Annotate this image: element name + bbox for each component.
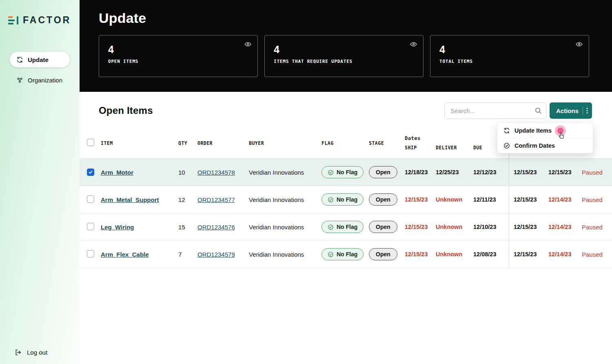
organization-icon bbox=[16, 77, 23, 84]
eye-icon[interactable] bbox=[575, 40, 583, 48]
stat-value: 4 bbox=[439, 44, 580, 55]
flag-badge: No Flag bbox=[322, 193, 364, 206]
dates-column-group: Dates SHIP DELIVER DUE bbox=[405, 135, 509, 151]
date-cell: 12/15/23 bbox=[405, 251, 436, 257]
date-cell: 12/15/23 bbox=[509, 159, 548, 186]
date-cell: 12/15/23 bbox=[405, 224, 436, 230]
date-cell: 12/18/23 bbox=[405, 169, 436, 175]
menu-item-label: Update Items bbox=[514, 127, 552, 134]
date-cell: 12/15/23 bbox=[509, 186, 548, 213]
select-all-checkbox[interactable] bbox=[87, 139, 94, 146]
sidebar-item-label: Organization bbox=[28, 77, 62, 84]
order-link[interactable]: ORD1234579 bbox=[197, 251, 235, 258]
search-box bbox=[444, 102, 546, 119]
date-cell: 12/10/23 bbox=[473, 224, 509, 230]
buyer-cell: Veridian Innovations bbox=[249, 169, 322, 176]
search-icon bbox=[534, 107, 542, 114]
stat-label: OPEN ITEMS bbox=[108, 59, 248, 64]
check-circle-icon bbox=[503, 142, 510, 149]
status-cell: Paused bbox=[582, 196, 612, 203]
eye-icon[interactable] bbox=[244, 40, 252, 48]
stage-badge: Open bbox=[369, 193, 397, 206]
stat-value: 4 bbox=[108, 44, 248, 55]
cursor-icon bbox=[557, 131, 566, 140]
check-circle-icon bbox=[328, 197, 334, 203]
qty-cell: 10 bbox=[178, 169, 197, 176]
stage-badge: Open bbox=[369, 166, 397, 178]
col-header-deliver: DELIVER bbox=[436, 145, 473, 151]
date-cell: Unknown bbox=[436, 224, 473, 230]
search-input[interactable] bbox=[444, 102, 546, 119]
order-link[interactable]: ORD1234576 bbox=[197, 224, 235, 231]
item-link[interactable]: Arm_Flex_Cable bbox=[101, 251, 149, 258]
date-cell: 12/08/23 bbox=[473, 251, 509, 257]
table-row[interactable]: Leg_Wiring15ORD1234576Veridian Innovatio… bbox=[80, 213, 612, 241]
check-circle-icon bbox=[328, 251, 334, 257]
col-header-buyer: BUYER bbox=[249, 140, 322, 146]
logout-button[interactable]: Log out bbox=[15, 349, 47, 356]
date-cell: 12/14/23 bbox=[548, 251, 582, 257]
buyer-cell: Veridian Innovations bbox=[249, 224, 322, 231]
flag-badge: No Flag bbox=[322, 221, 364, 233]
menu-item-label: Confirm Dates bbox=[514, 142, 555, 149]
toolbar: Open Items Actions bbox=[80, 92, 612, 119]
flag-label: No Flag bbox=[337, 196, 357, 203]
menu-item-confirm-dates[interactable]: Confirm Dates bbox=[497, 138, 593, 153]
col-header-item: ITEM bbox=[101, 140, 178, 146]
logo-text: FACTOR bbox=[23, 15, 71, 26]
date-cell: Unknown bbox=[436, 196, 473, 203]
date-cell: 12/15/23 bbox=[509, 213, 548, 240]
stat-label: ITEMS THAT REQUIRE UPDATES bbox=[274, 59, 414, 64]
stage-badge: Open bbox=[369, 248, 397, 260]
actions-button[interactable]: Actions bbox=[550, 102, 592, 119]
refresh-icon bbox=[503, 127, 510, 134]
refresh-icon bbox=[16, 56, 23, 63]
stats-row: 4OPEN ITEMS4ITEMS THAT REQUIRE UPDATES4T… bbox=[99, 35, 589, 77]
sidebar: FACTOR Update Organization Log out bbox=[0, 0, 80, 364]
item-link[interactable]: Arm_Metal_Support bbox=[101, 196, 159, 203]
actions-dropdown-menu: Update ItemsConfirm Dates bbox=[497, 122, 593, 153]
date-cell: 12/15/23 bbox=[548, 169, 582, 175]
dates-group-label: Dates bbox=[405, 135, 509, 141]
date-cell: 12/25/23 bbox=[436, 169, 473, 175]
flag-label: No Flag bbox=[337, 251, 357, 257]
logo: FACTOR bbox=[0, 0, 80, 26]
row-checkbox[interactable] bbox=[87, 169, 94, 176]
col-header-order: ORDER bbox=[197, 140, 249, 146]
logout-icon bbox=[15, 349, 22, 356]
row-checkbox[interactable] bbox=[87, 223, 94, 230]
buyer-cell: Veridian Innovations bbox=[249, 196, 322, 203]
date-cell: 12/14/23 bbox=[548, 224, 582, 230]
item-link[interactable]: Leg_Wiring bbox=[101, 224, 134, 231]
menu-item-update-items[interactable]: Update Items bbox=[497, 123, 593, 138]
status-cell: Paused bbox=[582, 169, 612, 176]
logout-label: Log out bbox=[27, 349, 47, 356]
eye-icon[interactable] bbox=[410, 40, 417, 48]
page-header: Update 4OPEN ITEMS4ITEMS THAT REQUIRE UP… bbox=[80, 0, 612, 92]
row-checkbox[interactable] bbox=[87, 195, 94, 203]
section-title: Open Items bbox=[99, 105, 444, 116]
stat-card: 4OPEN ITEMS bbox=[99, 35, 258, 77]
order-link[interactable]: ORD1234578 bbox=[197, 169, 235, 176]
flag-badge: No Flag bbox=[322, 166, 364, 178]
status-cell: Paused bbox=[582, 224, 612, 231]
vertical-ellipsis-icon bbox=[583, 107, 588, 115]
stat-value: 4 bbox=[274, 44, 414, 55]
table-row[interactable]: Arm_Flex_Cable7ORD1234579Veridian Innova… bbox=[80, 241, 612, 268]
table-row[interactable]: Arm_Metal_Support12ORD1234577Veridian In… bbox=[80, 186, 612, 213]
sidebar-item-organization[interactable]: Organization bbox=[10, 72, 70, 88]
qty-cell: 12 bbox=[178, 196, 197, 203]
item-link[interactable]: Arm_Motor bbox=[101, 169, 133, 176]
date-cell: 12/11/23 bbox=[473, 196, 509, 203]
flag-label: No Flag bbox=[337, 224, 357, 230]
row-checkbox[interactable] bbox=[87, 250, 94, 257]
table-row[interactable]: Arm_Motor10ORD1234578Veridian Innovation… bbox=[80, 159, 612, 186]
col-header-flag: FLAG bbox=[322, 140, 369, 146]
date-cell: 12/15/23 bbox=[405, 196, 436, 203]
sidebar-item-update[interactable]: Update bbox=[10, 52, 70, 67]
order-link[interactable]: ORD1234577 bbox=[197, 196, 235, 203]
date-cell: Unknown bbox=[436, 251, 473, 257]
app-root: FACTOR Update Organization Log out bbox=[0, 0, 612, 364]
date-cell: 12/15/23 bbox=[509, 241, 548, 268]
content-column: Update 4OPEN ITEMS4ITEMS THAT REQUIRE UP… bbox=[80, 0, 612, 364]
